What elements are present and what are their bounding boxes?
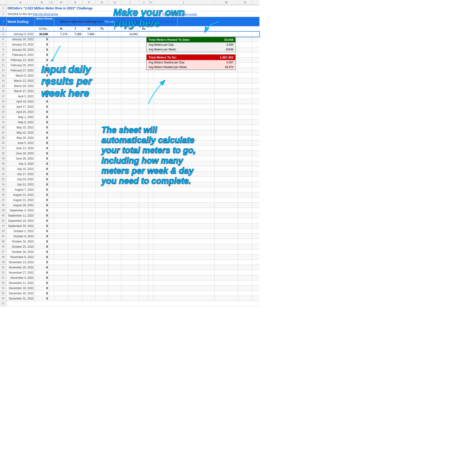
thu-cell[interactable] (96, 37, 108, 42)
thu-cell[interactable] (96, 52, 108, 57)
wed-cell[interactable] (83, 120, 96, 125)
sun-cell[interactable] (139, 203, 149, 208)
sat-cell[interactable] (121, 218, 139, 223)
tue-cell[interactable] (68, 57, 83, 62)
thu-cell[interactable] (96, 94, 108, 99)
sun-cell[interactable] (139, 198, 149, 202)
wed-cell[interactable] (83, 228, 96, 234)
total-cell[interactable]: 0 (35, 172, 49, 177)
tue-cell[interactable] (68, 125, 83, 130)
thu-cell[interactable] (96, 182, 108, 187)
sat-cell[interactable] (121, 291, 139, 296)
total-cell[interactable]: 0 (35, 280, 49, 285)
sat-cell[interactable] (121, 140, 139, 145)
tue-cell[interactable] (68, 104, 83, 109)
thu-cell[interactable] (96, 115, 108, 119)
sun-cell[interactable] (139, 57, 149, 62)
thu-cell[interactable] (96, 47, 108, 52)
sat-cell[interactable] (121, 83, 139, 88)
sat-cell[interactable] (121, 280, 139, 285)
sun-cell[interactable] (139, 140, 149, 145)
sat-cell[interactable] (121, 166, 139, 171)
sun-cell[interactable] (139, 146, 149, 151)
fri-cell[interactable] (108, 286, 121, 290)
thu-cell[interactable] (96, 275, 108, 280)
mon-cell[interactable] (54, 89, 68, 94)
fri-cell[interactable] (108, 140, 121, 145)
total-cell[interactable]: 0 (35, 234, 49, 239)
thu-cell[interactable] (96, 203, 108, 208)
fri-cell[interactable] (108, 109, 121, 114)
sat-cell[interactable] (121, 275, 139, 280)
total-cell[interactable]: 0 (35, 260, 49, 265)
total-cell[interactable]: 0 (35, 146, 49, 151)
wed-cell[interactable] (83, 115, 96, 119)
total-cell[interactable]: 0 (35, 177, 49, 182)
mon-cell[interactable] (54, 177, 68, 182)
sat-cell[interactable] (121, 146, 139, 151)
total-cell[interactable]: 0 (35, 265, 49, 270)
mon-cell[interactable] (54, 172, 68, 177)
total-cell[interactable]: 0 (35, 187, 49, 192)
fri-cell[interactable] (108, 280, 121, 285)
fri-cell[interactable] (108, 234, 121, 239)
total-cell[interactable]: 0 (35, 244, 49, 249)
total-cell[interactable]: 0 (35, 198, 49, 202)
total-cell[interactable]: 0 (35, 286, 49, 290)
thu-cell[interactable] (96, 291, 108, 296)
sat-cell[interactable] (121, 156, 139, 161)
sat-cell[interactable] (121, 239, 139, 244)
fri-cell[interactable] (108, 161, 121, 166)
fri-cell[interactable] (108, 228, 121, 234)
sat-cell[interactable] (121, 249, 139, 254)
mon-cell[interactable] (54, 63, 68, 68)
tue-cell[interactable] (68, 291, 83, 296)
fri-cell[interactable] (108, 63, 121, 68)
wed-cell[interactable] (83, 192, 96, 197)
sun-cell[interactable] (139, 172, 149, 177)
sat-cell[interactable]: 13,041 (121, 32, 139, 36)
mon-cell[interactable] (54, 275, 68, 280)
total-cell[interactable]: 0 (35, 208, 49, 213)
thu-cell[interactable] (96, 187, 108, 192)
fri-cell[interactable] (108, 125, 121, 130)
thu-cell[interactable] (96, 146, 108, 151)
sat-cell[interactable] (121, 265, 139, 270)
wed-cell[interactable] (83, 249, 96, 254)
sat-cell[interactable] (121, 42, 139, 47)
thu-cell[interactable] (96, 280, 108, 285)
wed-cell[interactable] (83, 166, 96, 171)
fri-cell[interactable] (108, 182, 121, 187)
tue-cell[interactable] (68, 120, 83, 125)
thu-cell[interactable] (96, 177, 108, 182)
sun-cell[interactable] (139, 115, 149, 119)
tue-cell[interactable] (68, 68, 83, 73)
wed-cell[interactable] (83, 239, 96, 244)
thu-cell[interactable] (96, 172, 108, 177)
fri-cell[interactable] (108, 177, 121, 182)
thu-cell[interactable] (96, 255, 108, 259)
thu-cell[interactable] (96, 223, 108, 228)
mon-cell[interactable] (54, 198, 68, 202)
sun-cell[interactable] (139, 99, 149, 104)
mon-cell[interactable] (54, 94, 68, 99)
thu-cell[interactable] (96, 260, 108, 265)
mon-cell[interactable] (54, 99, 68, 104)
total-cell[interactable]: 0 (35, 213, 49, 218)
sun-cell[interactable] (139, 228, 149, 234)
mon-cell[interactable] (54, 244, 68, 249)
fri-cell[interactable] (108, 198, 121, 202)
sun-cell[interactable] (139, 260, 149, 265)
wed-cell[interactable] (83, 182, 96, 187)
fri-cell[interactable] (108, 260, 121, 265)
sun-cell[interactable] (139, 249, 149, 254)
mon-cell[interactable] (54, 228, 68, 234)
total-cell[interactable]: 0 (35, 135, 49, 140)
mon-cell[interactable] (54, 68, 68, 73)
total-cell[interactable]: 0 (35, 140, 49, 145)
tue-cell[interactable] (68, 109, 83, 114)
mon-cell[interactable] (54, 52, 68, 57)
sat-cell[interactable] (121, 203, 139, 208)
fri-cell[interactable] (108, 151, 121, 156)
sat-cell[interactable] (121, 296, 139, 301)
